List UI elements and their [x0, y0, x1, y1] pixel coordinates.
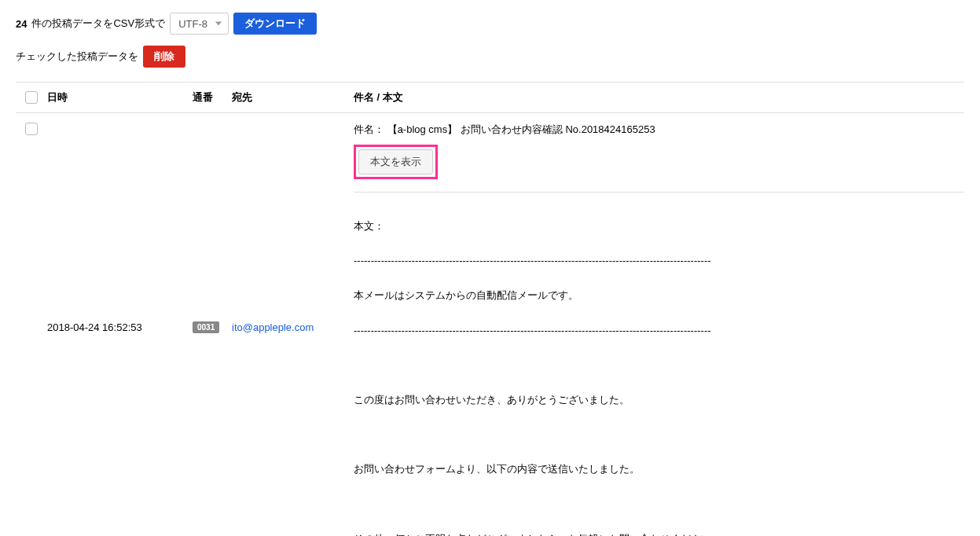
count-suffix: 件の投稿データをCSV形式で [31, 17, 165, 31]
header-seq: 通番 [193, 90, 232, 105]
subject-body-area: 件名： 【a-blog cms】 お問い合わせ内容確認 No.201842416… [354, 123, 964, 536]
recipient-link[interactable]: ito@appleple.com [232, 321, 314, 333]
header-to: 宛先 [232, 90, 354, 105]
delete-prefix: チェックした投稿データを [16, 50, 138, 64]
body-label: 本文： [354, 218, 964, 235]
divider [354, 192, 964, 193]
subject-label: 件名： [354, 123, 384, 135]
highlight-box: 本文を表示 [354, 145, 438, 179]
encoding-select[interactable]: UTF-8 [170, 13, 229, 35]
table-header: 日時 通番 宛先 件名 / 本文 [16, 82, 964, 113]
row-checkbox[interactable] [25, 123, 38, 135]
show-body-button[interactable]: 本文を表示 [358, 149, 433, 174]
row-date: 2018-04-24 16:52:53 [47, 123, 193, 531]
chevron-down-icon [215, 22, 222, 26]
select-all-checkbox[interactable] [25, 91, 38, 104]
csv-export-row: 24 件の投稿データをCSV形式で UTF-8 ダウンロード [16, 13, 964, 35]
sent-via-text: お問い合わせフォームより、以下の内容で送信いたしました。 [354, 461, 964, 478]
body-content: 本文： ------------------------------------… [354, 200, 964, 536]
subject-value: 【a-blog cms】 お問い合わせ内容確認 No.2018424165253 [387, 123, 655, 135]
delete-row: チェックした投稿データを 削除 [16, 46, 964, 68]
table-row: 2018-04-24 16:52:53 0031 ito@appleple.co… [16, 113, 964, 536]
auto-mail-text: 本メールはシステムからの自動配信メールです。 [354, 287, 964, 304]
count-number: 24 [16, 18, 27, 30]
seq-badge: 0031 [193, 321, 219, 333]
header-date: 日時 [47, 90, 193, 105]
dash-line-2: ----------------------------------------… [354, 322, 964, 340]
contact-if-text: その他、何かご不明な点などございましたら、お気軽にお問い合わせください。 [354, 530, 964, 536]
thanks-text: この度はお問い合わせいただき、ありがとうございました。 [354, 391, 964, 409]
delete-button[interactable]: 削除 [143, 46, 185, 68]
encoding-value: UTF-8 [178, 18, 207, 30]
subject-line: 件名： 【a-blog cms】 お問い合わせ内容確認 No.201842416… [354, 123, 964, 137]
header-subject: 件名 / 本文 [354, 90, 964, 105]
dash-line-1: ----------------------------------------… [354, 252, 964, 270]
download-button[interactable]: ダウンロード [233, 13, 317, 35]
